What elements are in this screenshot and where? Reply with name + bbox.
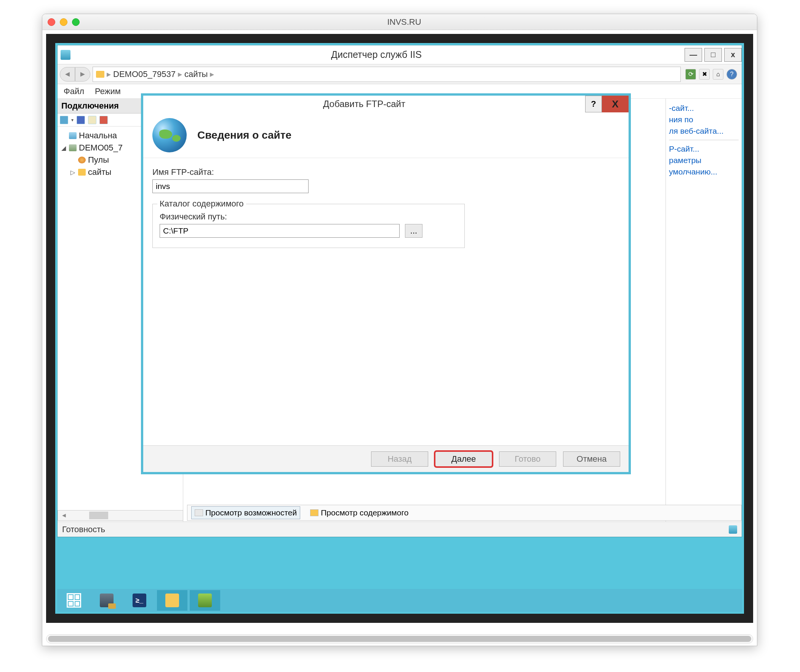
iis-titlebar[interactable]: Диспетчер служб IIS — □ x <box>58 45 742 64</box>
close-button[interactable]: x <box>724 48 742 62</box>
wizard-help-button[interactable]: ? <box>585 96 602 112</box>
chevron-right-icon: ▸ <box>178 69 182 79</box>
wizard-close-button[interactable]: X <box>602 96 629 112</box>
delete-icon[interactable] <box>99 116 108 124</box>
taskbar-iis-manager[interactable] <box>190 590 220 611</box>
refresh-icon[interactable]: ⟳ <box>685 69 696 80</box>
iis-window-title: Диспетчер служб IIS <box>70 49 682 60</box>
wizard-body: Имя FTP-сайта: Каталог содержимого Физич… <box>143 158 629 257</box>
globe-icon <box>152 118 187 152</box>
browse-button[interactable]: ... <box>405 224 422 238</box>
file-explorer-icon <box>165 594 179 607</box>
mac-horizontal-scrollbar[interactable] <box>46 634 753 643</box>
powershell-icon: ≥_ <box>133 594 146 607</box>
tree-label: Пулы <box>88 155 109 165</box>
iis-manager-icon <box>198 594 212 607</box>
status-text: Готовность <box>62 525 105 534</box>
view-tabs: Просмотр возможностей Просмотр содержимо… <box>187 505 742 521</box>
folder-icon <box>78 169 86 176</box>
wizard-titlebar[interactable]: Добавить FTP-сайт ? X <box>143 96 629 112</box>
tree-label: DEMO05_7 <box>79 143 123 153</box>
features-view-icon <box>195 509 203 516</box>
minimize-button[interactable]: — <box>685 48 702 62</box>
mac-window-title: INVS.RU <box>80 17 729 27</box>
scrollbar-thumb[interactable] <box>48 636 751 642</box>
action-link[interactable]: ля веб-сайта... <box>669 125 739 137</box>
site-name-input[interactable] <box>152 179 309 193</box>
mac-titlebar: INVS.RU <box>42 14 757 30</box>
tab-label: Просмотр содержимого <box>321 508 408 517</box>
iis-app-icon <box>61 50 70 60</box>
mac-zoom-icon[interactable] <box>72 18 80 26</box>
expander-icon[interactable]: ▷ <box>70 169 76 176</box>
actions-panel: -сайт... ния по ля веб-сайта... P-сайт..… <box>666 99 742 537</box>
wizard-title: Добавить FTP-сайт <box>143 99 585 109</box>
chevron-right-icon: ▸ <box>210 69 214 79</box>
save-icon[interactable] <box>77 116 85 124</box>
action-link[interactable]: ния по <box>669 114 739 125</box>
site-name-label: Имя FTP-сайта: <box>152 167 619 177</box>
start-button[interactable] <box>59 590 89 611</box>
windows-logo-icon <box>67 593 81 608</box>
scrollbar-thumb[interactable] <box>89 512 108 519</box>
action-link[interactable]: раметры <box>669 155 739 166</box>
back-button[interactable]: Назад <box>371 451 428 467</box>
tab-content-view[interactable]: Просмотр содержимого <box>307 507 411 519</box>
content-directory-group: Каталог содержимого Физический путь: ... <box>152 204 465 248</box>
home-icon[interactable]: ⌂ <box>713 69 723 80</box>
stop-icon[interactable]: ✖ <box>699 69 710 80</box>
tab-features-view[interactable]: Просмотр возможностей <box>191 506 300 519</box>
server-manager-icon <box>100 594 114 607</box>
dropdown-icon[interactable]: ▾ <box>71 117 74 123</box>
windows-taskbar: ≥_ <box>57 589 742 612</box>
remote-session-frame: Диспетчер служб IIS — □ x ◄ ► ▸ <box>46 34 753 623</box>
taskbar-powershell[interactable]: ≥_ <box>124 590 155 611</box>
physical-path-input[interactable] <box>160 224 400 238</box>
tab-label: Просмотр возможностей <box>205 508 297 517</box>
mac-minimize-icon[interactable] <box>60 18 67 26</box>
mac-close-icon[interactable] <box>48 18 55 26</box>
content-directory-legend: Каталог содержимого <box>157 199 246 209</box>
status-bar: Готовность <box>58 522 742 537</box>
start-page-icon <box>69 132 77 139</box>
breadcrumb-bar: ◄ ► ▸ DEMO05_79537 ▸ сайты ▸ ⟳ ✖ ⌂ <box>58 64 742 84</box>
connect-icon[interactable] <box>60 116 68 124</box>
breadcrumb-seg-sites[interactable]: сайты <box>184 69 208 79</box>
action-link[interactable]: -сайт... <box>669 102 739 114</box>
wizard-banner: Сведения о сайте <box>143 112 629 158</box>
server-icon <box>69 144 77 151</box>
help-icon[interactable]: ? <box>726 69 737 80</box>
physical-path-label: Физический путь: <box>160 212 458 222</box>
tree-label: Начальна <box>79 131 117 141</box>
folder-icon <box>96 71 104 78</box>
tree-label: сайты <box>88 167 111 177</box>
add-ftp-site-wizard: Добавить FTP-сайт ? X Сведения о сайте И… <box>141 93 631 474</box>
menu-file[interactable]: Файл <box>64 86 84 96</box>
breadcrumb[interactable]: ▸ DEMO05_79537 ▸ сайты ▸ <box>93 67 681 82</box>
content-view-icon <box>310 509 318 516</box>
mac-window: INVS.RU Диспетчер служб IIS — □ x ◄ <box>42 14 757 646</box>
maximize-button[interactable]: □ <box>704 48 722 62</box>
status-icon <box>729 525 737 534</box>
action-link[interactable]: умолчанию... <box>669 166 739 178</box>
remote-desktop: Диспетчер служб IIS — □ x ◄ ► ▸ <box>55 43 744 614</box>
nav-back-button[interactable]: ◄ <box>60 67 75 82</box>
taskbar-explorer[interactable] <box>157 590 187 611</box>
tree-scrollbar[interactable]: ◄ <box>58 510 183 521</box>
action-link[interactable]: P-сайт... <box>669 143 739 155</box>
expander-icon[interactable]: ◢ <box>61 144 67 152</box>
breadcrumb-seg-server[interactable]: DEMO05_79537 <box>113 69 176 79</box>
chevron-right-icon: ▸ <box>107 69 111 79</box>
taskbar-server-manager[interactable] <box>91 590 122 611</box>
page-icon[interactable] <box>88 116 96 124</box>
next-button[interactable]: Далее <box>435 451 492 467</box>
menu-mode[interactable]: Режим <box>95 86 121 96</box>
app-pools-icon <box>78 157 86 163</box>
nav-forward-button[interactable]: ► <box>75 67 90 82</box>
cancel-button[interactable]: Отмена <box>563 451 620 467</box>
wizard-heading: Сведения о сайте <box>197 129 291 141</box>
finish-button[interactable]: Готово <box>499 451 556 467</box>
wizard-button-bar: Назад Далее Готово Отмена <box>143 445 629 472</box>
